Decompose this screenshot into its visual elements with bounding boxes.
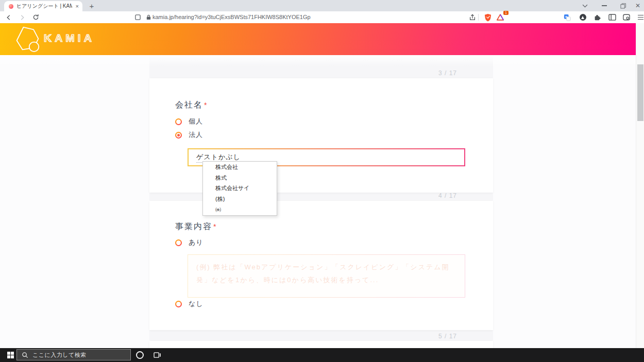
adblock-extension-icon[interactable]: 1 <box>495 11 506 23</box>
share-icon[interactable] <box>467 11 478 23</box>
radio-selected-icon[interactable] <box>175 132 182 139</box>
ime-candidate[interactable]: 株式会社サイ <box>203 183 277 194</box>
question-card-business: 事業内容* あり なし <box>149 201 493 330</box>
window-restore-button[interactable] <box>615 0 631 11</box>
ime-candidate[interactable]: 株式会社 <box>203 162 277 173</box>
question-title-text: 会社名 <box>175 100 203 109</box>
window-minimize-button[interactable] <box>597 0 612 11</box>
url-bar[interactable]: kamia.jp/hearing?id=y3tuCjExsBWSts71FHKI… <box>152 11 311 23</box>
form-page: 3 / 17 会社名* 個人 法人 ゲストかぶし 株式会社 株式 株式会社サイ … <box>0 55 636 348</box>
reload-icon[interactable] <box>30 11 41 23</box>
search-icon <box>22 352 28 358</box>
kamia-logo-icon <box>13 26 42 55</box>
radio-option-nashi[interactable]: なし <box>175 299 204 308</box>
lock-icon[interactable] <box>145 11 152 23</box>
profile-icon[interactable] <box>621 11 632 23</box>
ime-candidate[interactable]: 株式 <box>203 173 277 183</box>
browser-toolbar: kamia.jp/hearing?id=y3tuCjExsBWSts71FHKI… <box>0 11 644 23</box>
task-view-button[interactable] <box>149 348 165 362</box>
radio-option-ari[interactable]: あり <box>175 238 204 247</box>
menu-icon[interactable] <box>635 11 644 23</box>
ime-candidate[interactable]: ㈱ <box>203 204 277 215</box>
forward-icon[interactable] <box>16 11 28 23</box>
question-counter: 4 / 17 <box>395 192 457 199</box>
radio-label: 法人 <box>189 130 203 140</box>
radio-label: 個人 <box>189 117 203 126</box>
cortana-button[interactable] <box>132 348 147 362</box>
sidebar-icon[interactable] <box>606 11 618 23</box>
radio-option-kojin[interactable]: 個人 <box>175 117 203 126</box>
scrollbar-thumb[interactable] <box>637 64 643 121</box>
question-card-company-name: 会社名* 個人 法人 ゲストかぶし <box>149 78 493 193</box>
question-title-text: 事業内容 <box>175 222 212 231</box>
back-icon[interactable] <box>3 11 14 23</box>
site-header: KAMIA <box>0 23 644 55</box>
extensions-puzzle-icon[interactable] <box>591 11 603 23</box>
required-asterisk: * <box>213 222 217 231</box>
rewards-triangle-icon <box>580 14 586 21</box>
windows-taskbar: ここに入力して検索 <box>0 348 644 362</box>
toolbar-divider <box>478 14 479 21</box>
new-tab-button[interactable]: + <box>87 1 97 11</box>
tab-title: ヒアリングシート | KAMIA <box>16 3 72 10</box>
question-title: 事業内容* <box>175 221 217 232</box>
radio-icon[interactable] <box>175 301 182 307</box>
radio-label: なし <box>189 299 204 308</box>
radio-label: あり <box>189 238 204 247</box>
tab-close-icon[interactable]: × <box>76 4 79 9</box>
extension-badge: 1 <box>503 11 509 15</box>
page-scrollbar[interactable] <box>636 23 644 348</box>
question-counter: 5 / 17 <box>395 333 457 340</box>
radio-icon[interactable] <box>175 239 182 246</box>
ime-candidate[interactable]: (株) <box>203 194 277 204</box>
ime-candidate-window: 株式会社 株式 株式会社サイ (株) ㈱ <box>202 161 277 216</box>
radio-icon[interactable] <box>175 118 182 125</box>
browser-tab[interactable]: ヒアリングシート | KAMIA × <box>4 1 82 11</box>
screen: ヒアリングシート | KAMIA × + ✕ kamia.jp/hearing?… <box>0 0 644 362</box>
radio-option-houjin[interactable]: 法人 <box>175 130 203 140</box>
tab-search-chevron-icon[interactable] <box>578 0 591 11</box>
brave-shield-icon[interactable] <box>482 11 494 23</box>
minimize-icon <box>602 5 607 6</box>
task-view-icon <box>154 352 161 358</box>
brave-rewards-icon[interactable] <box>577 11 588 23</box>
browser-tabstrip: ヒアリングシート | KAMIA × + ✕ <box>0 0 644 11</box>
window-close-button[interactable]: ✕ <box>632 0 644 11</box>
translate-icon[interactable] <box>562 11 573 23</box>
question-card-next <box>149 341 493 348</box>
question-title: 会社名* <box>175 100 208 111</box>
search-placeholder: ここに入力して検索 <box>32 351 87 359</box>
taskbar-search-box[interactable]: ここに入力して検索 <box>16 349 131 360</box>
hamburger-bars <box>638 15 643 20</box>
reading-list-icon[interactable] <box>132 11 143 23</box>
header-fade <box>0 55 636 66</box>
tab-favicon-icon <box>9 4 13 9</box>
windows-logo-icon <box>7 352 14 358</box>
brand-name: KAMIA <box>44 32 95 44</box>
business-description-textarea[interactable] <box>188 254 465 298</box>
required-asterisk: * <box>204 101 208 109</box>
question-counter: 3 / 17 <box>395 70 457 77</box>
cortana-icon <box>136 351 144 359</box>
